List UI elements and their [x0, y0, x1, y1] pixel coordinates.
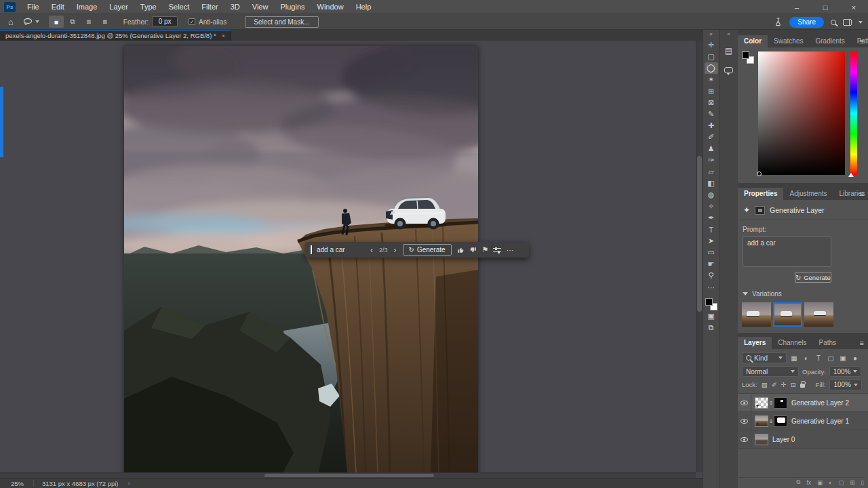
previous-variation-icon[interactable]: ‹	[369, 245, 374, 255]
anti-alias-checkbox[interactable]: ✓	[189, 18, 195, 25]
menu-filter[interactable]: Filter	[195, 0, 224, 14]
path-selection-tool-icon[interactable]: ➤	[705, 235, 718, 247]
report-flag-icon[interactable]: ⚑	[482, 245, 489, 254]
filter-pixel-layers-icon[interactable]: ▦	[789, 354, 799, 362]
edit-toolbar-icon[interactable]: ···	[705, 281, 718, 293]
tab-gradients[interactable]: Gradients	[809, 35, 850, 47]
history-brush-tool-icon[interactable]: ✑	[705, 155, 718, 166]
layer-thumbnail[interactable]	[755, 434, 768, 445]
collapse-toolbar-icon[interactable]: «	[709, 30, 712, 39]
variations-header[interactable]: Variations	[743, 290, 868, 298]
menu-edit[interactable]: Edit	[45, 0, 71, 14]
filter-shape-layers-icon[interactable]: ▢	[826, 354, 835, 362]
move-tool-icon[interactable]: ✛	[705, 39, 718, 51]
eyedropper-tool-icon[interactable]: ✎	[705, 108, 718, 120]
home-icon[interactable]: ⌂	[8, 17, 14, 27]
mask-link-icon[interactable]: 8	[770, 419, 772, 424]
tab-swatches[interactable]: Swatches	[768, 35, 809, 47]
panel-menu-icon[interactable]: ≡	[860, 190, 864, 198]
dodge-tool-icon[interactable]: ✧	[705, 201, 718, 212]
healing-brush-tool-icon[interactable]: ✚	[705, 120, 718, 131]
marquee-tool-icon[interactable]: ▢	[705, 51, 718, 62]
thumbs-down-icon[interactable]	[469, 246, 477, 254]
layer-row-generative-layer-1[interactable]: ✦ 8 Generative Layer 1	[738, 412, 868, 430]
document-canvas[interactable]	[124, 46, 478, 478]
next-variation-icon[interactable]: ›	[393, 245, 398, 255]
horizontal-scrollbar[interactable]	[0, 472, 696, 478]
panel-menu-icon[interactable]: ≡	[860, 339, 864, 347]
visibility-cell[interactable]	[738, 412, 751, 430]
filter-smart-objects-icon[interactable]: ▣	[838, 354, 848, 362]
color-field-marker[interactable]	[757, 171, 762, 176]
status-options-icon[interactable]: ›	[128, 480, 130, 487]
vertical-scrollbar-thumb[interactable]	[697, 156, 702, 312]
subtract-selection-icon[interactable]: ⧈	[81, 16, 96, 28]
opacity-dropdown[interactable]: 100%	[829, 366, 862, 377]
layer-row-layer-0[interactable]: Layer 0	[738, 430, 868, 449]
select-and-mask-button[interactable]: Select and Mask...	[245, 16, 318, 28]
menu-3d[interactable]: 3D	[224, 0, 246, 14]
color-panel-swatches[interactable]	[742, 52, 754, 64]
tab-channels[interactable]: Channels	[772, 337, 812, 349]
layer-name[interactable]: Generative Layer 1	[791, 418, 849, 425]
gradient-tool-icon[interactable]: ◧	[705, 178, 718, 189]
add-selection-icon[interactable]: ⧉	[65, 16, 80, 28]
kind-filter-dropdown[interactable]: Kind	[742, 352, 787, 363]
pen-tool-icon[interactable]: ✒	[705, 212, 718, 224]
menu-image[interactable]: Image	[71, 0, 104, 14]
variation-thumbnail-1[interactable]	[742, 302, 771, 327]
brush-tool-icon[interactable]: ✐	[705, 131, 718, 143]
layer-mask-thumbnail[interactable]	[774, 397, 787, 409]
layer-row-generative-layer-2[interactable]: ✦ 8 Generative Layer 2	[738, 394, 868, 412]
hue-slider-marker[interactable]	[848, 173, 854, 177]
layer-thumbnail[interactable]: ✦	[755, 415, 768, 427]
blur-tool-icon[interactable]: ◍	[705, 189, 718, 201]
menu-select[interactable]: Select	[163, 0, 196, 14]
menu-view[interactable]: View	[246, 0, 275, 14]
shape-tool-icon[interactable]: ▭	[705, 247, 718, 258]
vertical-scrollbar[interactable]	[696, 41, 703, 472]
new-layer-icon[interactable]: ⊞	[850, 479, 854, 486]
close-tab-icon[interactable]: ×	[222, 33, 225, 39]
layer-thumbnail[interactable]: ✦	[755, 397, 768, 409]
clone-stamp-tool-icon[interactable]: ♟	[705, 143, 718, 155]
menu-file[interactable]: File	[21, 0, 45, 14]
zoom-level-field[interactable]: 25%	[11, 480, 24, 487]
tab-properties[interactable]: Properties	[738, 188, 783, 200]
visibility-cell[interactable]	[738, 394, 751, 411]
generate-button[interactable]: ↻ Generate	[403, 244, 452, 256]
tech-preview-flask-icon[interactable]	[774, 18, 783, 26]
hand-tool-icon[interactable]: ☛	[705, 258, 718, 270]
adjustment-layer-icon[interactable]: ◐	[829, 479, 832, 486]
lasso-tool-icon[interactable]: ◯	[705, 62, 718, 74]
foreground-color-swatch[interactable]	[705, 298, 713, 306]
expand-panels-icon[interactable]: «	[727, 30, 730, 39]
lock-position-icon[interactable]: ✛	[781, 381, 787, 388]
filter-type-layers-icon[interactable]: T	[814, 354, 823, 362]
screen-mode-icon[interactable]: ⧉	[705, 322, 718, 333]
menu-plugins[interactable]: Plugins	[274, 0, 311, 14]
generate-button[interactable]: ↻ Generate	[795, 272, 831, 283]
add-mask-icon[interactable]: ▣	[817, 479, 823, 486]
layer-mask-thumbnail[interactable]	[774, 415, 787, 427]
minimize-button[interactable]: –	[783, 0, 811, 14]
crop-tool-icon[interactable]: ⊞	[705, 85, 718, 97]
history-panel-icon[interactable]: ▤	[722, 43, 736, 58]
new-selection-icon[interactable]: ■	[49, 16, 64, 28]
eye-icon[interactable]	[741, 401, 748, 405]
foreground-background-swatches[interactable]	[705, 298, 717, 310]
share-button[interactable]: Share	[789, 17, 824, 28]
close-button[interactable]: ×	[840, 0, 868, 14]
variation-thumbnail-3[interactable]	[804, 302, 833, 327]
comments-panel-icon[interactable]	[722, 62, 736, 77]
filter-toggle-icon[interactable]: ●	[850, 354, 860, 362]
frame-tool-icon[interactable]: ⊠	[705, 97, 718, 108]
intersect-selection-icon[interactable]: ⧇	[98, 16, 113, 28]
lock-pixels-icon[interactable]: ✐	[772, 381, 777, 388]
menu-layer[interactable]: Layer	[103, 0, 134, 14]
new-group-icon[interactable]: ▢	[838, 479, 844, 486]
visibility-cell[interactable]	[738, 430, 751, 448]
menu-window[interactable]: Window	[311, 0, 350, 14]
magic-wand-tool-icon[interactable]: ✶	[705, 74, 718, 85]
blend-mode-dropdown[interactable]: Normal	[742, 366, 799, 377]
